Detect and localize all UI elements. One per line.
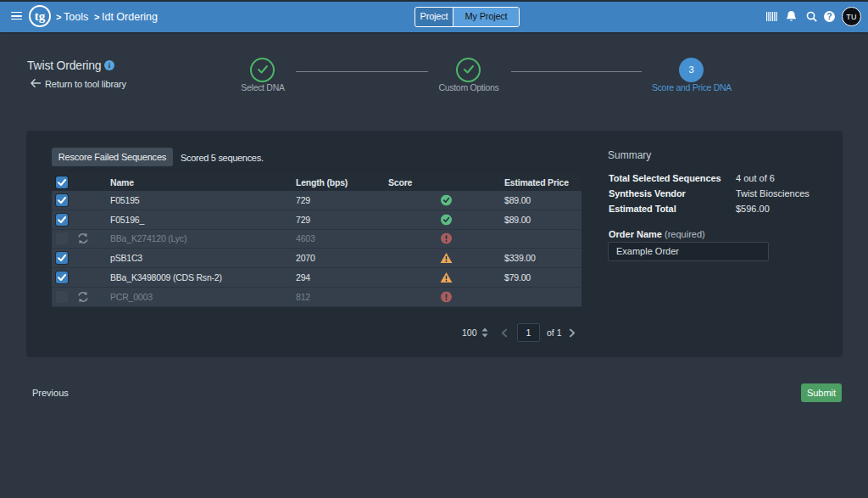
svg-text:?: ? bbox=[826, 11, 832, 21]
svg-text:TU: TU bbox=[846, 13, 857, 21]
